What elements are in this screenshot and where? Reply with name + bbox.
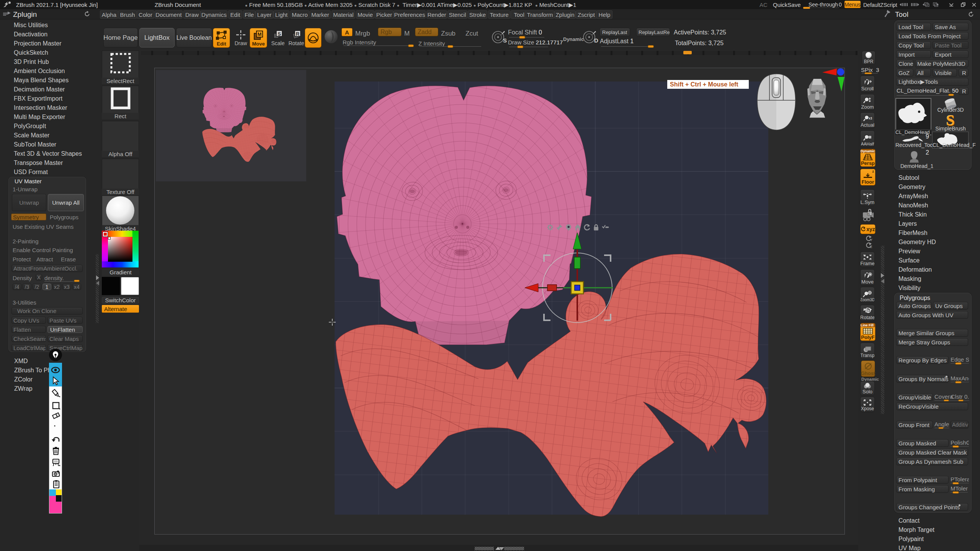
svg-text:Shift + Ctrl + Mouse left: Shift + Ctrl + Mouse left [670,81,738,88]
svg-text:Z: Z [870,245,872,249]
svg-text:x1: x1 [869,116,872,120]
svg-text:S: S [503,37,507,44]
svg-text:Y: Y [870,238,872,242]
svg-text:C: C [868,212,870,215]
svg-text:M: M [258,31,262,37]
svg-text:S: S [278,31,281,37]
svg-text:R: R [296,31,300,37]
svg-text:D: D [594,37,598,44]
